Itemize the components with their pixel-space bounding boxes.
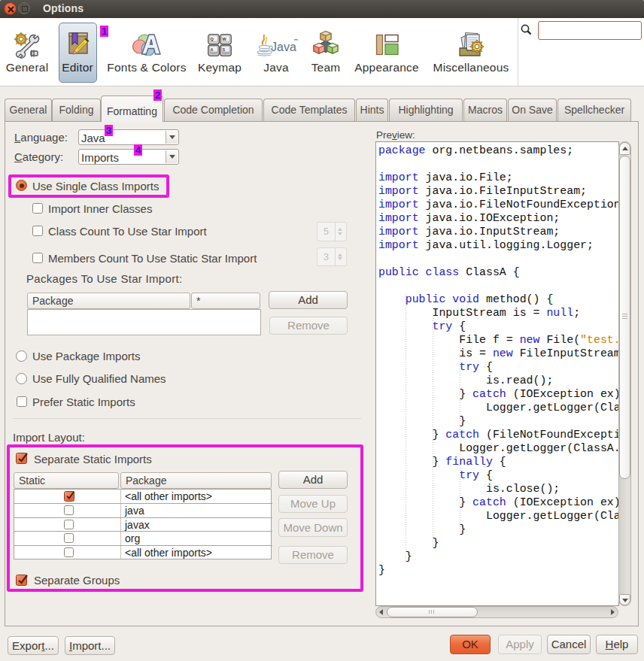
svg-text:S: S [223, 47, 226, 52]
svg-text:W: W [223, 37, 227, 41]
svg-text:Q: Q [211, 37, 214, 41]
svg-text:Java: Java [271, 41, 296, 53]
svg-text:A: A [211, 47, 214, 52]
